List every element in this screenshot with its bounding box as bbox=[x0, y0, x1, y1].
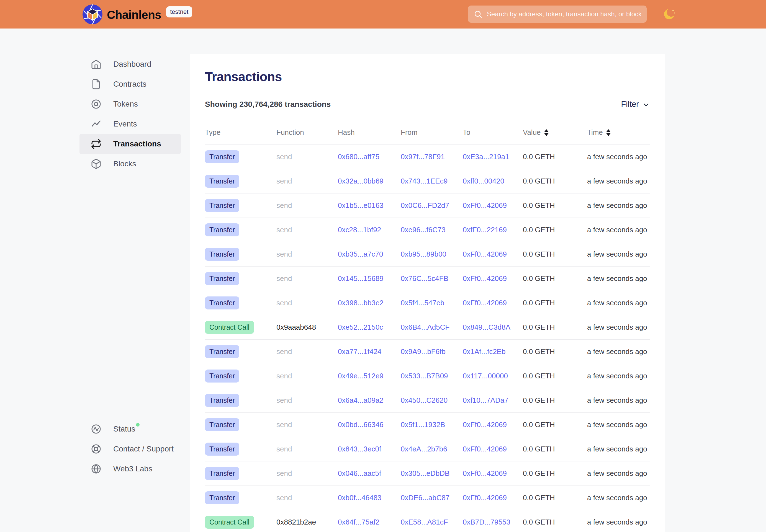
time-cell: a few seconds ago bbox=[587, 445, 650, 453]
value-cell: 0.0 GETH bbox=[523, 323, 587, 332]
sidebar-item-label: Blocks bbox=[113, 159, 136, 168]
to-address-link[interactable]: 0xf10...7ADa7 bbox=[463, 396, 523, 405]
to-address-link[interactable]: 0xff0...00420 bbox=[463, 177, 523, 185]
from-address-link[interactable]: 0x4eA...2b7b6 bbox=[401, 445, 463, 453]
hash-link[interactable]: 0x64f...75af2 bbox=[338, 518, 401, 526]
to-address-link[interactable]: 0xfF0...22169 bbox=[463, 226, 523, 234]
time-cell: a few seconds ago bbox=[587, 201, 650, 210]
value-cell: 0.0 GETH bbox=[523, 445, 587, 453]
from-address-link[interactable]: 0x450...C2620 bbox=[401, 396, 463, 405]
type-badge: Transfer bbox=[205, 175, 239, 188]
repeat-icon bbox=[91, 138, 102, 149]
filter-button[interactable]: Filter bbox=[621, 100, 650, 109]
value-cell: 0.0 GETH bbox=[523, 153, 587, 161]
to-address-link[interactable]: 0xE3a...219a1 bbox=[463, 153, 523, 161]
sort-asc-icon bbox=[544, 129, 549, 132]
to-address-link[interactable]: 0x117...00000 bbox=[463, 372, 523, 380]
to-address-link[interactable]: 0xFf0...42069 bbox=[463, 420, 523, 429]
to-address-link[interactable]: 0xB7D...79553 bbox=[463, 518, 523, 526]
from-address-link[interactable]: 0x97f...78F91 bbox=[401, 153, 463, 161]
global-search[interactable] bbox=[468, 6, 647, 23]
hash-link[interactable]: 0x046...aac5f bbox=[338, 469, 401, 478]
sidebar-item-contracts[interactable]: Contracts bbox=[79, 74, 181, 94]
function-cell: send bbox=[276, 347, 338, 356]
hash-link[interactable]: 0xb0f...46483 bbox=[338, 494, 401, 502]
to-address-link[interactable]: 0xFf0...42069 bbox=[463, 299, 523, 307]
brand[interactable]: Chainlens testnet bbox=[82, 4, 192, 26]
table-row: Transfer send 0xb0f...46483 0xDE6...abC8… bbox=[205, 486, 650, 510]
hash-link[interactable]: 0x1b5...e0163 bbox=[338, 201, 401, 210]
hash-link[interactable]: 0x6a4...a09a2 bbox=[338, 396, 401, 405]
sidebar-item-web3-labs[interactable]: Web3 Labs bbox=[79, 459, 181, 479]
from-address-link[interactable]: 0x305...eDbDB bbox=[401, 469, 463, 478]
function-cell: send bbox=[276, 396, 338, 405]
sidebar-item-transactions[interactable]: Transactions bbox=[79, 134, 181, 154]
function-cell: send bbox=[276, 177, 338, 185]
time-cell: a few seconds ago bbox=[587, 226, 650, 234]
type-badge: Transfer bbox=[205, 345, 239, 358]
to-address-link[interactable]: 0xFf0...42069 bbox=[463, 274, 523, 283]
from-address-link[interactable]: 0x743...1EEc9 bbox=[401, 177, 463, 185]
brand-name: Chainlens bbox=[107, 8, 161, 22]
value-cell: 0.0 GETH bbox=[523, 396, 587, 405]
sidebar-item-label: Events bbox=[113, 120, 137, 128]
value-cell: 0.0 GETH bbox=[523, 177, 587, 185]
time-cell: a few seconds ago bbox=[587, 494, 650, 502]
to-address-link[interactable]: 0xFf0...42069 bbox=[463, 469, 523, 478]
from-address-link[interactable]: 0x533...B7B09 bbox=[401, 372, 463, 380]
hash-link[interactable]: 0xe52...2150c bbox=[338, 323, 401, 332]
from-address-link[interactable]: 0xDE6...abC87 bbox=[401, 494, 463, 502]
sidebar-item-status[interactable]: Status bbox=[79, 419, 181, 439]
hash-link[interactable]: 0x843...3ec0f bbox=[338, 445, 401, 453]
sidebar-footer: Status Contact / Support Web3 Labs bbox=[79, 419, 181, 479]
to-address-link[interactable]: 0xFf0...42069 bbox=[463, 494, 523, 502]
table-row: Transfer send 0xb35...a7c70 0xb95...89b0… bbox=[205, 242, 650, 267]
from-address-link[interactable]: 0xb95...89b00 bbox=[401, 250, 463, 259]
search-input[interactable] bbox=[487, 10, 641, 18]
to-address-link[interactable]: 0x849...C3d8A bbox=[463, 323, 523, 332]
table-row: Transfer send 0x145...15689 0x76C...5c4F… bbox=[205, 267, 650, 291]
top-header-bar: Chainlens testnet bbox=[0, 0, 766, 29]
function-cell: send bbox=[276, 494, 338, 502]
sidebar-item-tokens[interactable]: Tokens bbox=[79, 94, 181, 114]
function-cell: send bbox=[276, 226, 338, 234]
from-address-link[interactable]: 0xe96...f6C73 bbox=[401, 226, 463, 234]
from-address-link[interactable]: 0x0C6...FD2d7 bbox=[401, 201, 463, 210]
hash-link[interactable]: 0xa77...1f424 bbox=[338, 347, 401, 356]
hash-link[interactable]: 0x49e...512e9 bbox=[338, 372, 401, 380]
from-address-link[interactable]: 0x6B4...Ad5CF bbox=[401, 323, 463, 332]
hash-link[interactable]: 0x32a...0bb69 bbox=[338, 177, 401, 185]
hash-link[interactable]: 0xb35...a7c70 bbox=[338, 250, 401, 259]
dark-mode-toggle[interactable] bbox=[661, 7, 677, 22]
page-title: Transactions bbox=[205, 69, 650, 84]
function-cell: send bbox=[276, 274, 338, 283]
hash-link[interactable]: 0x145...15689 bbox=[338, 274, 401, 283]
status-ok-dot bbox=[136, 423, 140, 427]
sidebar-item-events[interactable]: Events bbox=[79, 114, 181, 134]
value-sort-button[interactable] bbox=[544, 129, 549, 136]
from-address-link[interactable]: 0x76C...5c4FB bbox=[401, 274, 463, 283]
hash-link[interactable]: 0x0bd...66346 bbox=[338, 420, 401, 429]
time-cell: a few seconds ago bbox=[587, 299, 650, 307]
to-address-link[interactable]: 0x1Af...fc2Eb bbox=[463, 347, 523, 356]
from-address-link[interactable]: 0xE58...A81cF bbox=[401, 518, 463, 526]
time-cell: a few seconds ago bbox=[587, 420, 650, 429]
from-address-link[interactable]: 0x5f1...1932B bbox=[401, 420, 463, 429]
type-badge: Contract Call bbox=[205, 321, 254, 334]
type-badge: Transfer bbox=[205, 296, 239, 309]
to-address-link[interactable]: 0xFf0...42069 bbox=[463, 201, 523, 210]
table-row: Transfer send 0x6a4...a09a2 0x450...C262… bbox=[205, 388, 650, 413]
value-cell: 0.0 GETH bbox=[523, 299, 587, 307]
hash-link[interactable]: 0x398...bb3e2 bbox=[338, 299, 401, 307]
sidebar-item-dashboard[interactable]: Dashboard bbox=[79, 54, 181, 74]
hash-link[interactable]: 0xc28...1bf92 bbox=[338, 226, 401, 234]
from-address-link[interactable]: 0x5f4...547eb bbox=[401, 299, 463, 307]
to-address-link[interactable]: 0xFf0...42069 bbox=[463, 445, 523, 453]
table-row: Transfer send 0xa77...1f424 0x9A9...bF6f… bbox=[205, 340, 650, 364]
to-address-link[interactable]: 0xFf0...42069 bbox=[463, 250, 523, 259]
sidebar-item-blocks[interactable]: Blocks bbox=[79, 154, 181, 174]
time-sort-button[interactable] bbox=[606, 129, 611, 136]
from-address-link[interactable]: 0x9A9...bF6fb bbox=[401, 347, 463, 356]
hash-link[interactable]: 0x680...aff75 bbox=[338, 153, 401, 161]
sidebar-item-contact-support[interactable]: Contact / Support bbox=[79, 439, 181, 459]
